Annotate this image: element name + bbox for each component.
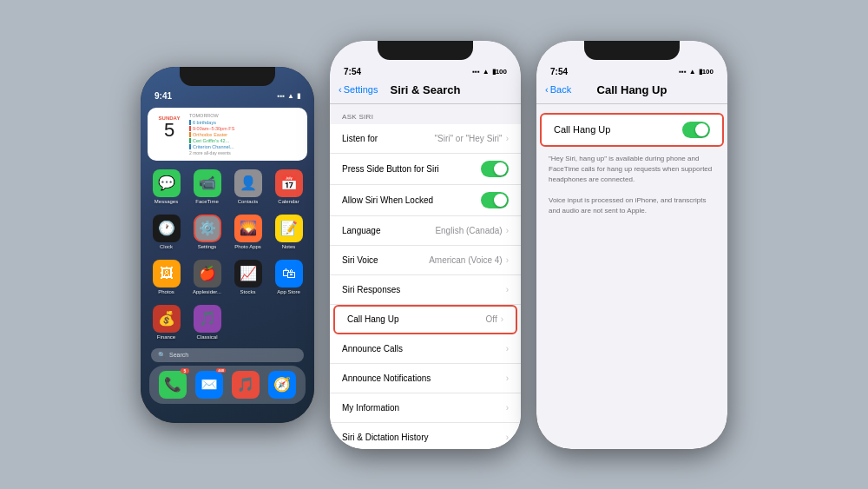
app-notes[interactable]: 📝 Notes (272, 215, 306, 249)
section-ask-siri-header: ASK SIRI (330, 113, 521, 124)
row-chevron-hangup: › (501, 314, 503, 324)
dock-safari[interactable]: 🧭 (268, 371, 296, 399)
dock-mail-badge: 448 (216, 368, 226, 373)
battery-icon-2: ▮100 (492, 68, 507, 76)
app-empty-icon-2 (275, 305, 303, 333)
dock-phone-icon: 📞 5 (159, 371, 187, 399)
row-value-hangup: Off (486, 314, 497, 324)
app-applesider-icon: 🍎 (194, 260, 221, 287)
row-value-voice: American (Voice 4) (429, 255, 502, 265)
app-facetime[interactable]: 📹 FaceTime (190, 169, 224, 204)
app-messages[interactable]: 💬 Messages (149, 169, 183, 204)
status-icons-3: ▪▪▪ ▲ ▮100 (679, 68, 713, 76)
cal-event-3: Ceri Griffin's 42... (189, 138, 302, 143)
row-label-responses: Siri Responses (342, 285, 506, 294)
app-applesider[interactable]: 🍎 Applesider... (190, 260, 224, 294)
app-appstore-icon: 🛍 (275, 260, 303, 287)
app-stocks-icon: 📈 (234, 260, 262, 287)
toggle-callhangup[interactable] (682, 122, 710, 138)
app-settings-label: Settings (198, 244, 217, 249)
row-dictation[interactable]: Siri & Dictation History › (330, 423, 521, 449)
row-siri-voice[interactable]: Siri Voice American (Voice 4) › (330, 246, 521, 275)
app-finance-icon: 💰 (153, 305, 181, 333)
row-label-side: Press Side Button for Siri (342, 164, 481, 174)
toggle-side[interactable] (481, 161, 509, 177)
detail-section: Call Hang Up (536, 113, 727, 147)
cal-event-1: 9:00am–5:30pm FS (189, 126, 302, 131)
notch-1 (180, 67, 275, 86)
notch-3 (584, 41, 680, 60)
toggle-locked[interactable] (481, 192, 509, 208)
app-settings-icon: ⚙️ (194, 215, 221, 242)
app-grid-row4: 💰 Finance 🎵 Classical (141, 300, 314, 345)
app-messages-label: Messages (155, 199, 178, 204)
row-siri-responses[interactable]: Siri Responses › (330, 275, 521, 305)
nav-bar-2: ‹ Settings Siri & Search (330, 80, 521, 104)
dock-phone-badge: 5 (181, 368, 189, 373)
row-value-language: English (Canada) (435, 226, 502, 235)
battery-icon: ▮ (297, 92, 300, 100)
app-photos[interactable]: 🖼 Photos (149, 260, 183, 294)
row-language[interactable]: Language English (Canada) › (330, 216, 521, 246)
row-chevron-responses: › (506, 285, 509, 294)
detail-description: "Hey Siri, hang up" is available during … (536, 147, 727, 223)
search-bar[interactable]: 🔍 Search (151, 348, 304, 362)
app-photos-label: Photos (158, 289, 174, 294)
dock-safari-icon: 🧭 (268, 371, 296, 399)
cal-date: 5 (155, 121, 183, 140)
cal-more: 2 more all-day events (189, 150, 302, 155)
app-clock-icon: 🕐 (153, 215, 181, 242)
row-announce-calls[interactable]: Announce Calls › (330, 334, 521, 364)
dock-music[interactable]: 🎵 (232, 371, 260, 399)
nav-back-button-3[interactable]: ‹ Back (545, 84, 571, 95)
app-calendar-label: Calendar (278, 199, 299, 204)
section-ask-siri: ASK SIRI Listen for "Siri" or "Hey Siri"… (330, 113, 521, 449)
row-label-locked: Allow Siri When Locked (342, 195, 481, 205)
app-notes-label: Notes (282, 244, 296, 249)
app-settings[interactable]: ⚙️ Settings (190, 215, 224, 249)
app-stocks[interactable]: 📈 Stocks (231, 260, 265, 294)
calendar-widget[interactable]: SUNDAY 5 TOMORROW 6 birthdays 9:00am–5:3… (148, 108, 307, 161)
phone-2: 7:54 ▪▪▪ ▲ ▮100 ‹ Settings Siri & Search… (330, 41, 521, 449)
signal-icon-3: ▪▪▪ (679, 68, 687, 76)
app-photo[interactable]: 🌄 Photo Apps (231, 215, 265, 249)
nav-back-label-3: Back (550, 84, 571, 95)
dock: 📞 5 ✉️ 448 🎵 🧭 (149, 366, 306, 404)
search-label: Search (169, 352, 188, 358)
app-photo-label: Photo Apps (234, 244, 261, 249)
app-stocks-label: Stocks (240, 289, 255, 294)
screen-3: 7:54 ▪▪▪ ▲ ▮100 ‹ Back Call Hang Up Call… (536, 41, 727, 449)
row-my-info[interactable]: My Information › (330, 393, 521, 423)
app-photos-icon: 🖼 (153, 260, 181, 287)
dock-phone[interactable]: 📞 5 (159, 371, 187, 399)
nav-back-button-2[interactable]: ‹ Settings (339, 84, 378, 95)
toggle-knob-callhangup (695, 123, 708, 136)
row-allow-locked[interactable]: Allow Siri When Locked (330, 185, 521, 216)
row-chevron-listen: › (506, 134, 509, 143)
app-clock[interactable]: 🕐 Clock (149, 215, 183, 249)
app-notes-icon: 📝 (275, 215, 303, 242)
cal-date-row: TOMORROW (189, 113, 302, 118)
app-messages-icon: 💬 (153, 169, 181, 197)
row-call-hangup[interactable]: Call Hang Up Off › (333, 305, 517, 334)
app-finance[interactable]: 💰 Finance (149, 305, 183, 340)
app-contacts[interactable]: 👤 Contacts (231, 169, 265, 204)
row-chevron-voice: › (506, 255, 509, 265)
row-label-dictation: Siri & Dictation History (342, 433, 506, 442)
row-announce-notif[interactable]: Announce Notifications › (330, 364, 521, 393)
app-calendar[interactable]: 📅 Calendar (272, 169, 306, 204)
row-press-side[interactable]: Press Side Button for Siri (330, 154, 521, 185)
row-label-hangup: Call Hang Up (347, 314, 486, 324)
dock-mail[interactable]: ✉️ 448 (195, 371, 223, 399)
row-listen-for[interactable]: Listen for "Siri" or "Hey Siri" › (330, 124, 521, 154)
app-finance-label: Finance (157, 334, 175, 340)
row-chevron-my-info: › (506, 403, 509, 413)
app-grid-row1: 💬 Messages 📹 FaceTime 👤 Contacts 📅 Calen… (141, 164, 314, 209)
back-chevron-icon-3: ‹ (545, 84, 549, 95)
app-appstore[interactable]: 🛍 App Store (272, 260, 306, 294)
cal-event-4: Criterion Channel... (189, 144, 302, 149)
app-classical[interactable]: 🎵 Classical (190, 305, 224, 340)
app-clock-label: Clock (160, 244, 173, 249)
status-time-2: 7:54 (344, 67, 361, 76)
dock-music-icon: 🎵 (232, 371, 260, 399)
